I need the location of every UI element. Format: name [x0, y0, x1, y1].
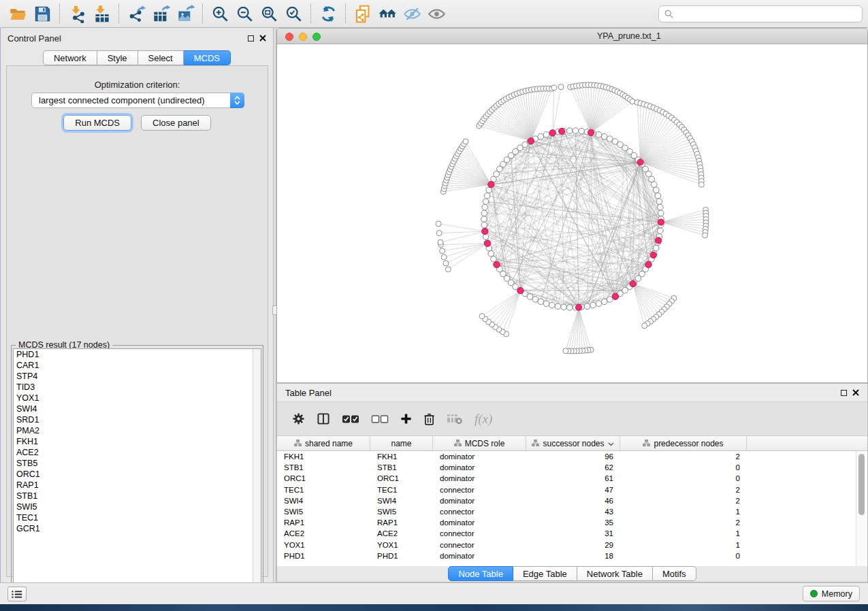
- save-button[interactable]: [30, 2, 54, 25]
- zoom-selected-button[interactable]: [281, 2, 306, 25]
- table-row[interactable]: STB1STB1dominator620: [277, 462, 867, 473]
- search-input[interactable]: [677, 10, 856, 19]
- open-button[interactable]: [5, 2, 30, 25]
- delete-table-button[interactable]: [447, 413, 463, 425]
- column-header-shared-name[interactable]: shared name: [277, 436, 370, 450]
- tab-network-table[interactable]: Network Table: [577, 566, 653, 581]
- select-all-button[interactable]: [342, 414, 359, 424]
- duplicate-network-button[interactable]: [351, 2, 375, 25]
- table-toolbar: f(x): [277, 401, 867, 436]
- mcds-result-item[interactable]: SWI5: [14, 501, 261, 512]
- mcds-result-item[interactable]: STP4: [14, 371, 261, 382]
- table-row[interactable]: SWI5SWI5connector431: [277, 506, 867, 517]
- export-network-button[interactable]: [124, 2, 148, 25]
- table-scrollbar[interactable]: [856, 451, 866, 566]
- mcds-result-groupbox: MCDS result (17 nodes) PHD1CAR1STP4TID3Y…: [11, 345, 263, 598]
- hierarchy-icon: [532, 439, 539, 448]
- add-column-button[interactable]: [400, 413, 412, 425]
- table-row[interactable]: TEC1TEC1connector472: [277, 484, 867, 495]
- tab-select[interactable]: Select: [138, 50, 184, 65]
- column-label: predecessor nodes: [654, 439, 723, 448]
- mcds-result-item[interactable]: PHD1: [14, 349, 261, 360]
- search-field[interactable]: [658, 5, 863, 22]
- hide-selected-button[interactable]: [400, 2, 424, 25]
- first-neighbors-button[interactable]: [375, 2, 400, 25]
- tab-edge-table[interactable]: Edge Table: [513, 566, 577, 581]
- table-row[interactable]: ACE2ACE2connector311: [277, 528, 867, 539]
- table-row[interactable]: FKH1FKH1dominator962: [277, 451, 867, 462]
- table-row[interactable]: ORC1ORC1dominator610: [277, 473, 867, 484]
- mcds-result-item[interactable]: STB1: [14, 491, 261, 501]
- function-builder-button[interactable]: f(x): [475, 412, 492, 427]
- tab-style[interactable]: Style: [97, 50, 138, 65]
- task-history-button[interactable]: [7, 587, 27, 601]
- delete-column-button[interactable]: [423, 412, 435, 426]
- gear-button[interactable]: [292, 412, 305, 425]
- cell-successor-nodes: 29: [526, 541, 620, 549]
- network-window-titlebar[interactable]: YPA_prune.txt_1: [277, 29, 867, 44]
- import-table-button[interactable]: [89, 2, 114, 25]
- zoom-in-button[interactable]: [208, 2, 232, 25]
- refresh-button[interactable]: [316, 2, 340, 25]
- mcds-result-item[interactable]: TID3: [14, 382, 261, 393]
- mcds-result-item[interactable]: FKH1: [14, 436, 261, 447]
- mcds-result-item[interactable]: SWI4: [14, 403, 261, 414]
- zoom-in-icon: [211, 5, 229, 23]
- zoom-fit-button[interactable]: [257, 2, 281, 25]
- table-rows-container: FKH1FKH1dominator962STB1STB1dominator620…: [277, 451, 867, 561]
- export-image-button[interactable]: [173, 2, 197, 25]
- save-icon: [33, 5, 52, 23]
- mcds-result-item[interactable]: YOX1: [14, 393, 261, 403]
- run-mcds-button[interactable]: Run MCDS: [63, 115, 131, 131]
- hierarchy-icon: [454, 439, 462, 448]
- column-header-predecessor-nodes[interactable]: predecessor nodes: [620, 436, 747, 450]
- window-maximize-icon[interactable]: [312, 33, 321, 41]
- export-table-icon: [152, 5, 170, 23]
- show-all-button[interactable]: [424, 2, 449, 25]
- table-row[interactable]: YOX1YOX1connector291: [277, 540, 867, 550]
- tab-node-table[interactable]: Node Table: [448, 566, 513, 581]
- mcds-result-item[interactable]: SRD1: [14, 414, 261, 425]
- mcds-result-item[interactable]: STB5: [14, 458, 261, 469]
- tab-mcds[interactable]: MCDS: [184, 50, 231, 65]
- column-browser-button[interactable]: [317, 412, 330, 425]
- memory-button[interactable]: Memory: [803, 586, 860, 601]
- float-panel-icon[interactable]: [841, 390, 847, 396]
- export-table-button[interactable]: [148, 2, 173, 25]
- close-panel-button[interactable]: Close panel: [141, 115, 211, 131]
- sort-descending-icon: [608, 439, 614, 448]
- scrollbar-thumb[interactable]: [858, 454, 865, 515]
- close-panel-icon[interactable]: [259, 35, 266, 42]
- zoom-out-button[interactable]: [232, 2, 257, 25]
- close-panel-icon[interactable]: [852, 389, 859, 396]
- network-canvas[interactable]: [277, 44, 867, 382]
- mcds-result-item[interactable]: RAP1: [14, 480, 261, 491]
- tab-motifs[interactable]: Motifs: [653, 566, 696, 581]
- cell-mcds-role: connector: [433, 508, 526, 516]
- tab-network[interactable]: Network: [43, 50, 97, 65]
- import-network-button[interactable]: [65, 2, 89, 25]
- status-bar: Memory: [0, 582, 868, 604]
- column-header-name[interactable]: name: [370, 436, 433, 450]
- unselect-all-button[interactable]: [371, 414, 389, 424]
- cell-successor-nodes: 62: [526, 463, 620, 472]
- column-header-successor-nodes[interactable]: successor nodes: [526, 436, 620, 450]
- mcds-result-item[interactable]: GCR1: [14, 523, 261, 534]
- float-panel-icon[interactable]: [248, 35, 254, 42]
- table-row[interactable]: PHD1PHD1dominator180: [277, 550, 867, 561]
- mcds-result-item[interactable]: ACE2: [14, 447, 261, 458]
- mcds-result-item[interactable]: TEC1: [14, 512, 261, 523]
- criterion-dropdown[interactable]: largest connected component (undirected): [31, 93, 244, 108]
- mcds-list-scrollbar[interactable]: [253, 349, 261, 595]
- window-close-icon[interactable]: [285, 33, 293, 41]
- mcds-result-list[interactable]: PHD1CAR1STP4TID3YOX1SWI4SRD1PMA2FKH1ACE2…: [13, 348, 261, 596]
- mcds-result-item[interactable]: CAR1: [14, 360, 261, 371]
- toolbar-separator: [345, 4, 346, 23]
- table-row[interactable]: RAP1RAP1dominator352: [277, 517, 867, 528]
- window-minimize-icon[interactable]: [299, 33, 307, 41]
- column-header-MCDS-role[interactable]: MCDS role: [433, 436, 526, 450]
- mcds-result-item[interactable]: PMA2: [14, 425, 261, 436]
- mcds-result-item[interactable]: ORC1: [14, 469, 261, 480]
- table-row[interactable]: SWI4SWI4dominator462: [277, 495, 867, 506]
- cell-predecessor-nodes: 2: [620, 497, 747, 505]
